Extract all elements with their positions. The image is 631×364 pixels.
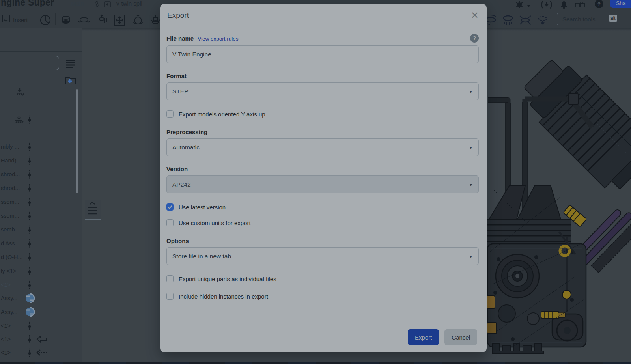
checkbox-row[interactable]: Export models oriented Y axis up	[166, 110, 479, 118]
preprocessing-value: Automatic	[172, 144, 200, 151]
checkbox-label: Export unique parts as individual files	[179, 276, 276, 282]
export-button[interactable]: Export	[408, 329, 439, 345]
options-value: Store file in a new tab	[172, 253, 231, 260]
dialog-title: Export	[167, 11, 189, 20]
export-dialog: Export ✕ File name View export rules ? F…	[160, 4, 487, 352]
version-value: AP242	[172, 181, 191, 188]
checkbox-label: Use custom units for export	[179, 220, 251, 226]
view-export-rules-link[interactable]: View export rules	[198, 36, 238, 42]
unique-parts-checkbox[interactable]	[166, 275, 174, 282]
custom-units-checkbox[interactable]	[166, 219, 174, 226]
checkbox-row[interactable]: Use custom units for export	[166, 219, 479, 226]
dialog-header: Export ✕	[160, 4, 487, 27]
dropdown-caret-icon: ▼	[469, 146, 473, 150]
help-circle-icon[interactable]: ?	[470, 34, 479, 43]
version-label: Version	[166, 166, 479, 172]
dropdown-caret-icon: ▼	[469, 183, 473, 187]
dropdown-caret-icon: ▼	[469, 254, 473, 259]
options-select[interactable]: Store file in a new tab ▼	[166, 247, 479, 265]
checkbox-label: Include hidden instances in export	[179, 293, 268, 300]
dropdown-caret-icon: ▼	[469, 90, 473, 94]
options-label: Options	[166, 237, 479, 244]
checkbox-row[interactable]: Include hidden instances in export	[166, 293, 479, 300]
preprocessing-label: Preprocessing	[166, 129, 479, 135]
checkbox-label: Export models oriented Y axis up	[179, 111, 265, 118]
dialog-body: File name View export rules ? Format STE…	[160, 27, 487, 322]
version-select[interactable]: AP242 ▼	[166, 175, 479, 193]
hidden-instances-checkbox[interactable]	[166, 293, 174, 300]
format-label: Format	[166, 73, 479, 79]
close-icon[interactable]: ✕	[471, 11, 479, 20]
format-select[interactable]: STEP ▼	[166, 82, 479, 100]
checkbox-label: Use latest version	[179, 204, 226, 211]
checkbox-row[interactable]: Use latest version	[166, 203, 479, 211]
checkbox-row[interactable]: Export unique parts as individual files	[166, 275, 479, 282]
file-name-input[interactable]	[166, 45, 479, 63]
format-value: STEP	[172, 88, 188, 95]
y-axis-up-checkbox[interactable]	[166, 110, 174, 118]
file-name-label: File name	[166, 35, 194, 42]
use-latest-version-checkbox[interactable]	[166, 203, 174, 211]
app-screen: ngine Super Main v-twin spli ? Sha	[0, 0, 631, 364]
cancel-button[interactable]: Cancel	[444, 329, 477, 345]
preprocessing-select[interactable]: Automatic ▼	[166, 138, 479, 156]
bottom-tab-bar[interactable]	[0, 362, 631, 364]
dialog-footer: Export Cancel	[160, 322, 487, 352]
